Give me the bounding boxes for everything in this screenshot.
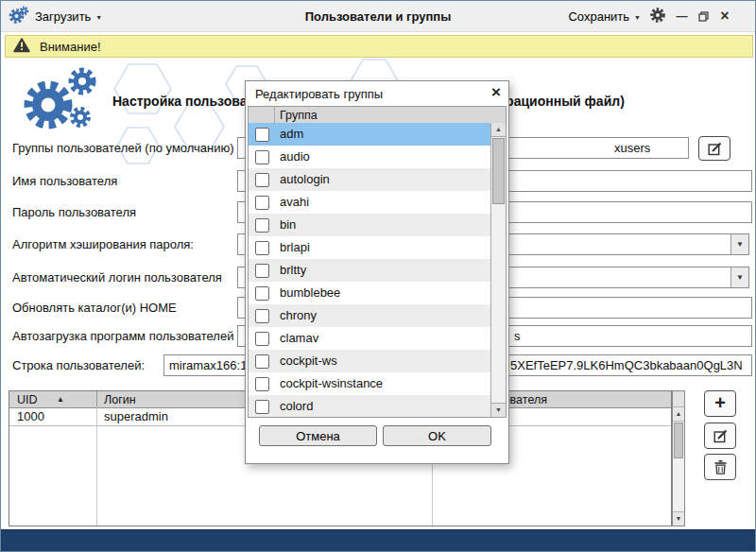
user-string-value-start: miramax166:10	[169, 358, 254, 372]
groups-scrollbar[interactable]: ▲ ▼	[490, 123, 506, 417]
scrollbar-thumb[interactable]	[492, 138, 505, 204]
column-header-login[interactable]: Логин	[104, 393, 136, 406]
group-checkbox[interactable]	[255, 218, 269, 233]
group-label: autologin	[280, 172, 330, 186]
cell-uid: 1000	[17, 409, 44, 423]
titlebar: Загрузить ▼ Пользователи и группы Сохран…	[1, 1, 755, 32]
group-row[interactable]: cockpit-ws	[249, 350, 490, 372]
group-checkbox[interactable]	[255, 196, 269, 210]
group-checkbox[interactable]	[255, 286, 269, 301]
hash-algorithm-label: Алгоритм хэширования пароля:	[12, 237, 194, 251]
group-label: brlapi	[280, 240, 310, 254]
column-header-uid[interactable]: UID	[17, 393, 38, 406]
warning-icon	[13, 38, 30, 56]
default-groups-label: Группы пользователей (по умолчанию)	[12, 141, 234, 155]
chevron-down-icon[interactable]: ▼	[730, 234, 748, 254]
scroll-down-icon[interactable]: ▼	[673, 511, 684, 526]
group-row[interactable]: autologin	[249, 168, 490, 191]
autostart-label: Автозагрузка программ пользователей	[12, 329, 233, 343]
edit-user-button[interactable]	[704, 423, 736, 449]
autologin-label: Автоматический логин пользователя	[12, 270, 222, 285]
group-label: chrony	[280, 308, 317, 322]
group-checkbox[interactable]	[255, 332, 269, 346]
groups-rows: adm audio autologin avahi bin brlapi brl…	[249, 123, 490, 417]
group-label: adm	[280, 127, 303, 141]
delete-user-button[interactable]	[704, 454, 736, 480]
group-checkbox[interactable]	[255, 264, 269, 278]
group-checkbox[interactable]	[255, 173, 269, 187]
chevron-down-icon: ▼	[634, 14, 641, 21]
groups-list-header: Группа	[249, 107, 506, 124]
group-checkbox[interactable]	[255, 241, 269, 255]
group-label: avahi	[280, 195, 309, 209]
sort-asc-icon: ▲	[57, 395, 64, 404]
group-row[interactable]: clamav	[249, 327, 490, 350]
group-checkbox[interactable]	[255, 354, 269, 369]
group-label: bin	[280, 217, 296, 232]
dialog-title: Редактировать группы	[255, 87, 383, 101]
group-checkbox[interactable]	[255, 128, 269, 142]
group-column-header[interactable]: Группа	[280, 109, 318, 122]
close-button[interactable]: ×	[718, 9, 731, 24]
user-string-label: Строка пользователей:	[12, 358, 145, 372]
group-row[interactable]: bumblebee	[249, 282, 490, 304]
settings-gear-icon[interactable]	[649, 7, 666, 26]
dialog-titlebar: Редактировать группы ×	[246, 81, 508, 106]
group-checkbox[interactable]	[255, 150, 269, 164]
ok-button[interactable]: OK	[383, 425, 491, 446]
app-window: Загрузить ▼ Пользователи и группы Сохран…	[0, 0, 756, 552]
group-label: audio	[280, 149, 310, 164]
group-row[interactable]: audio	[249, 146, 490, 168]
default-groups-value: xusers	[614, 141, 650, 155]
edit-default-groups-button[interactable]	[698, 136, 730, 161]
scrollbar-thumb[interactable]	[674, 423, 683, 458]
cell-login: superadmin	[104, 409, 168, 423]
scroll-down-icon[interactable]: ▼	[491, 403, 506, 417]
group-row[interactable]: cockpit-wsinstance	[249, 372, 490, 395]
save-button-label: Сохранить	[568, 9, 629, 24]
edit-groups-dialog: Редактировать группы × Группа adm audio …	[245, 80, 509, 464]
group-row[interactable]: adm	[249, 123, 490, 146]
group-row[interactable]: chrony	[249, 304, 490, 327]
status-bar	[1, 529, 755, 551]
cancel-button[interactable]: Отмена	[259, 425, 377, 446]
group-checkbox[interactable]	[255, 400, 269, 414]
user-string-value-end: 5XEfTeEP7.9LK6HmQC3bkabaan0QgL3N	[510, 358, 743, 372]
password-label: Пароль пользователя	[12, 205, 136, 219]
group-label: colord	[280, 399, 313, 413]
maximize-button[interactable]	[696, 9, 710, 24]
users-table-scrollbar[interactable]: ▲ ▼	[672, 390, 685, 526]
group-label: cockpit-wsinstance	[280, 376, 383, 390]
minimize-button[interactable]: —	[675, 9, 688, 24]
group-label: clamav	[280, 331, 318, 345]
autostart-value: s	[514, 329, 521, 343]
plus-icon: +	[714, 393, 726, 412]
scroll-up-icon[interactable]: ▲	[491, 123, 506, 137]
scroll-up-icon[interactable]: ▲	[673, 407, 684, 422]
group-checkbox[interactable]	[255, 309, 269, 323]
save-button[interactable]: Сохранить ▼	[568, 9, 641, 24]
titlebar-right: Сохранить ▼ — ×	[568, 1, 731, 31]
username-label: Имя пользователя	[12, 174, 117, 188]
group-row[interactable]: brltty	[249, 259, 490, 282]
group-row[interactable]: bin	[249, 214, 490, 236]
gears-illustration	[12, 63, 107, 140]
add-user-button[interactable]: +	[704, 390, 736, 417]
group-row[interactable]: brlapi	[249, 236, 490, 259]
update-home-label: Обновлять каталог(и) HOME	[12, 301, 177, 315]
column-divider	[96, 391, 97, 407]
group-label: bumblebee	[280, 285, 340, 300]
group-row[interactable]: avahi	[249, 191, 490, 214]
group-label: brltty	[280, 263, 306, 277]
dialog-close-button[interactable]: ×	[491, 83, 501, 102]
column-divider	[96, 407, 97, 526]
chevron-down-icon[interactable]: ▼	[730, 267, 748, 287]
group-checkbox[interactable]	[255, 377, 269, 391]
group-label: cockpit-ws	[280, 354, 337, 368]
groups-list: Группа adm audio autologin avahi bin brl…	[248, 106, 507, 418]
scrollbar-spacer	[673, 391, 684, 407]
group-row[interactable]: colord	[249, 395, 490, 417]
